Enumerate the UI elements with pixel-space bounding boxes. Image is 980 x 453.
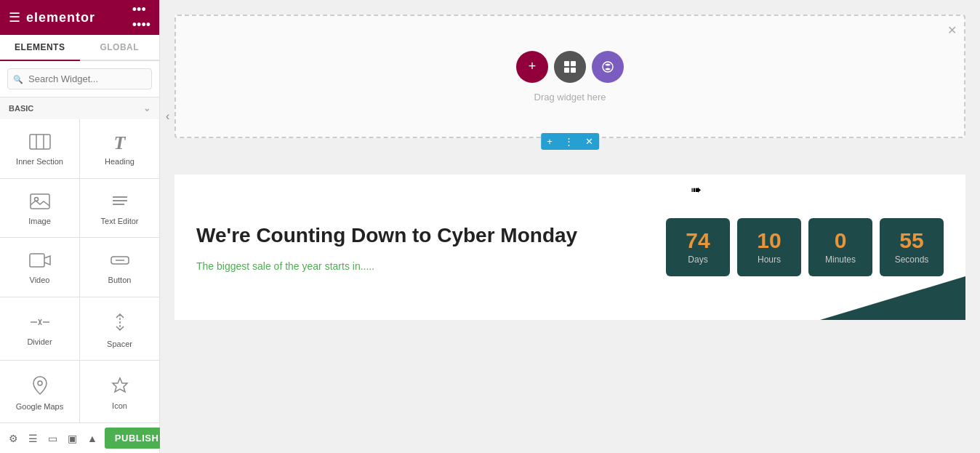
add-section-button[interactable]: + bbox=[516, 51, 548, 83]
sidebar-tabs: ELEMENTS GLOBAL bbox=[0, 35, 159, 61]
timer-days-label: Days bbox=[688, 254, 707, 265]
sidebar-header: ☰ elementor ••••••• bbox=[0, 0, 159, 35]
ai-button[interactable] bbox=[592, 51, 624, 83]
svg-rect-21 bbox=[571, 68, 576, 73]
countdown-text: We're Counting Down to Cyber Monday The … bbox=[196, 223, 637, 272]
widget-grid: Inner Section T Heading Image Text Edito… bbox=[0, 119, 159, 422]
widget-icon-label: Icon bbox=[112, 401, 127, 410]
timer-minutes: 0 Minutes bbox=[808, 218, 872, 276]
countdown-title: We're Counting Down to Cyber Monday bbox=[196, 223, 637, 249]
widget-spacer[interactable]: Spacer bbox=[80, 297, 159, 361]
widget-video[interactable]: Video bbox=[0, 238, 79, 297]
image-icon bbox=[30, 193, 50, 212]
drag-buttons: + bbox=[516, 51, 624, 83]
widget-button-label: Button bbox=[108, 276, 132, 284]
widget-button[interactable]: Button bbox=[80, 238, 159, 297]
drag-text: Drag widget here bbox=[534, 92, 606, 103]
widget-map[interactable]: Google Maps bbox=[0, 361, 79, 422]
svg-point-22 bbox=[603, 62, 613, 72]
svg-marker-17 bbox=[113, 378, 127, 392]
layout-button[interactable] bbox=[554, 51, 586, 83]
sidebar-search-wrapper bbox=[0, 61, 159, 97]
svg-rect-18 bbox=[564, 61, 569, 66]
countdown-subtitle: The biggest sale of the year starts in..… bbox=[196, 260, 637, 272]
widget-image[interactable]: Image bbox=[0, 179, 79, 238]
grid-icon[interactable]: ••••••• bbox=[132, 2, 150, 33]
widget-divider-label: Divider bbox=[27, 337, 52, 346]
widget-icon[interactable]: Icon bbox=[80, 361, 159, 422]
bottom-decoration bbox=[820, 276, 965, 320]
spacer-icon bbox=[111, 312, 129, 335]
svg-rect-0 bbox=[30, 135, 50, 149]
responsive-icon[interactable]: ▣ bbox=[65, 430, 80, 447]
heading-icon: T bbox=[114, 134, 126, 153]
widget-text-editor[interactable]: Text Editor bbox=[80, 179, 159, 238]
widget-heading-label: Heading bbox=[105, 157, 134, 166]
row-toolbar: + ⋮ ✕ bbox=[541, 133, 599, 150]
video-icon bbox=[29, 252, 51, 271]
timer-hours: 10 Hours bbox=[737, 218, 801, 276]
resize-handle[interactable]: ‹ bbox=[166, 110, 169, 123]
drag-area: ✕ + Drag widget here + ⋮ ✕ bbox=[174, 15, 965, 138]
row-close-button[interactable]: ✕ bbox=[579, 133, 599, 150]
row-move-button[interactable]: ⋮ bbox=[558, 133, 579, 150]
row-add-button[interactable]: + bbox=[541, 133, 558, 150]
icon-widget-icon bbox=[111, 377, 129, 397]
timer-hours-label: Hours bbox=[758, 254, 781, 265]
widget-divider[interactable]: Divider bbox=[0, 297, 79, 361]
inner-section-icon bbox=[29, 134, 51, 153]
svg-rect-19 bbox=[571, 61, 576, 66]
hamburger-icon[interactable]: ☰ bbox=[9, 9, 20, 25]
timer-seconds-value: 55 bbox=[899, 230, 923, 252]
tab-elements[interactable]: ELEMENTS bbox=[0, 35, 80, 61]
elementor-logo: elementor bbox=[26, 10, 95, 25]
map-icon bbox=[32, 376, 48, 398]
sidebar-bottom: ⚙ ☰ ▭ ▣ ▲ PUBLISH ▲ bbox=[0, 422, 159, 453]
layers-icon[interactable]: ☰ bbox=[25, 430, 41, 447]
divider-icon bbox=[29, 314, 51, 333]
basic-section-header[interactable]: BASIC ⌄ bbox=[0, 97, 159, 119]
timer-seconds: 55 Seconds bbox=[880, 218, 944, 276]
widget-inner-section[interactable]: Inner Section bbox=[0, 119, 79, 178]
preview-icon[interactable]: ▲ bbox=[84, 430, 100, 447]
countdown-section: We're Counting Down to Cyber Monday The … bbox=[174, 175, 965, 320]
widget-video-label: Video bbox=[30, 276, 50, 284]
tab-global[interactable]: GLOBAL bbox=[80, 35, 160, 60]
widget-map-label: Google Maps bbox=[16, 402, 63, 411]
svg-rect-3 bbox=[31, 194, 49, 209]
canvas: ✕ + Drag widget here + ⋮ ✕ ‹ ➠ We're Cou… bbox=[160, 0, 980, 453]
timer-days-value: 74 bbox=[686, 230, 710, 252]
svg-rect-20 bbox=[564, 68, 569, 73]
text-editor-icon bbox=[110, 193, 130, 212]
sidebar-header-left: ☰ elementor bbox=[9, 9, 95, 25]
basic-section-label: BASIC bbox=[9, 104, 33, 113]
timer-minutes-value: 0 bbox=[835, 230, 847, 252]
timer-hours-value: 10 bbox=[757, 230, 781, 252]
widget-image-label: Image bbox=[28, 217, 51, 225]
button-icon bbox=[109, 252, 131, 271]
svg-point-16 bbox=[38, 381, 42, 385]
timer-seconds-label: Seconds bbox=[895, 254, 929, 265]
widget-text-editor-label: Text Editor bbox=[101, 217, 139, 225]
chevron-down-icon: ⌄ bbox=[143, 103, 150, 113]
widget-spacer-label: Spacer bbox=[107, 340, 132, 348]
widget-heading[interactable]: T Heading bbox=[80, 119, 159, 178]
drag-area-close[interactable]: ✕ bbox=[947, 23, 957, 37]
search-input[interactable] bbox=[7, 68, 152, 89]
timer-minutes-label: Minutes bbox=[825, 254, 856, 265]
widget-inner-section-label: Inner Section bbox=[16, 157, 63, 166]
countdown-timer: 74 Days 10 Hours 0 Minutes 55 Seconds bbox=[666, 218, 944, 276]
navigator-icon[interactable]: ▭ bbox=[45, 430, 60, 447]
sidebar: ☰ elementor ••••••• ELEMENTS GLOBAL BASI… bbox=[0, 0, 160, 453]
timer-days: 74 Days bbox=[666, 218, 730, 276]
svg-rect-8 bbox=[30, 254, 44, 267]
settings-icon[interactable]: ⚙ bbox=[6, 430, 21, 447]
